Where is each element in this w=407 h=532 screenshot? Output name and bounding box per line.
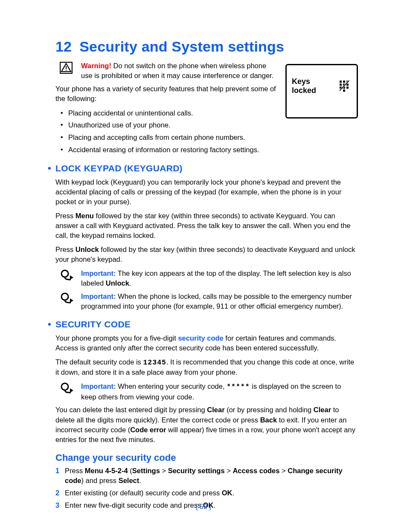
svg-rect-0 [340, 81, 342, 83]
warning-lead: Warning! [81, 62, 111, 69]
warning-icon [60, 62, 73, 74]
svg-rect-14 [66, 70, 67, 71]
important-callout: Important: When the phone is locked, cal… [60, 292, 358, 311]
svg-point-15 [61, 270, 68, 277]
list-item: Accidental erasing of information or res… [55, 145, 358, 155]
page-number: [ 52 ] [0, 503, 407, 511]
list-item: Placing accidental or unintentional call… [55, 108, 358, 119]
keyguard-p3: Press Unlock followed by the star key (w… [55, 245, 358, 264]
svg-point-16 [61, 293, 68, 300]
chapter-title: Security and System settings [79, 38, 284, 55]
security-code-link[interactable]: security code [178, 334, 223, 342]
security-p2: The default security code is 12345. It i… [55, 357, 358, 377]
chapter-heading: 12Security and System settings [55, 38, 358, 55]
list-item: Placing and accepting calls from certain… [55, 132, 358, 143]
section-heading-security: SECURITY CODE [55, 319, 358, 330]
svg-rect-9 [343, 90, 345, 92]
step-item: Enter existing (or default) security cod… [55, 488, 358, 498]
phone-screen-label: Keys locked [292, 77, 336, 95]
keyguard-p2: Press Menu followed by the star key (wit… [55, 211, 358, 240]
security-p3: You can delete the last entered digit by… [55, 405, 358, 444]
section-heading-keyguard: LOCK KEYPAD (KEYGUARD) [55, 163, 358, 174]
keyguard-p1: With keypad lock (Keyguard) you can temp… [55, 177, 358, 207]
svg-point-17 [61, 383, 68, 390]
feature-bullet-list: Placing accidental or unintentional call… [55, 108, 358, 155]
list-item: Unauthorized use of your phone. [55, 120, 358, 130]
important-arrow-icon [60, 269, 73, 281]
manual-page: 12Security and System settings Keys lock… [0, 0, 407, 532]
important-callout: Important: The key icon appears at the t… [60, 269, 358, 288]
warning-callout: Warning! Do not switch on the phone when… [60, 61, 277, 81]
step-item: Press Menu 4-5-2-4 (Settings > Security … [55, 466, 358, 486]
important-callout: Important: When entering your security c… [60, 382, 358, 402]
svg-rect-13 [66, 66, 67, 69]
security-p1: Your phone prompts you for a five-digit … [55, 333, 358, 353]
chapter-number: 12 [55, 38, 72, 55]
svg-rect-8 [346, 87, 349, 89]
keypad-crossed-icon [340, 81, 352, 92]
important-arrow-icon [60, 292, 73, 304]
important-arrow-icon [60, 382, 73, 394]
svg-rect-1 [343, 81, 345, 83]
sub-heading-change-code: Change your security code [55, 452, 358, 463]
svg-rect-3 [340, 84, 342, 86]
intro-text: Your phone has a variety of security fea… [55, 84, 277, 104]
